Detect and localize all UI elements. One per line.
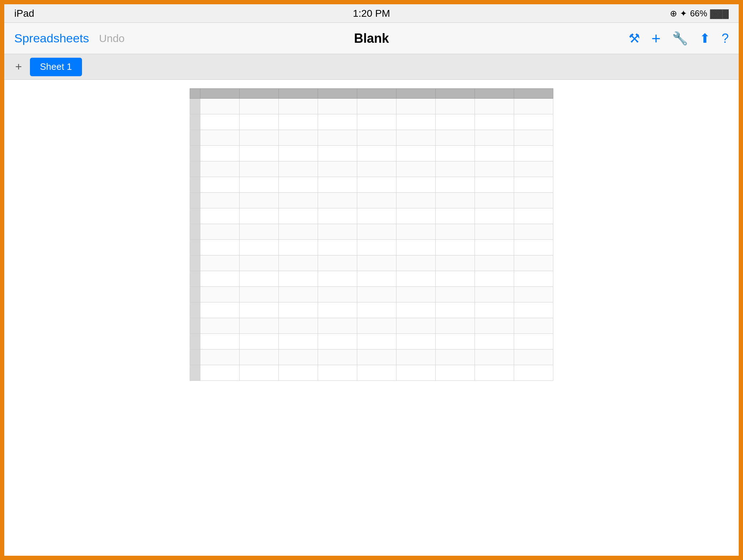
spreadsheets-back-button[interactable]: Spreadsheets <box>14 31 89 45</box>
spreadsheet-cell[interactable] <box>514 224 553 240</box>
spreadsheet-cell[interactable] <box>279 114 318 130</box>
spreadsheet-cell[interactable] <box>436 334 475 349</box>
row-header-cell[interactable] <box>190 318 200 334</box>
col-header-cell[interactable] <box>240 89 279 99</box>
spreadsheet-cell[interactable] <box>514 255 553 271</box>
col-header-cell[interactable] <box>357 89 396 99</box>
spreadsheet-cell[interactable] <box>279 349 318 365</box>
spreadsheet-cell[interactable] <box>240 271 279 287</box>
spreadsheet-cell[interactable] <box>436 255 475 271</box>
spreadsheet-cell[interactable] <box>318 114 357 130</box>
spreadsheet-cell[interactable] <box>279 302 318 318</box>
spreadsheet-cell[interactable] <box>475 114 514 130</box>
row-header-cell[interactable] <box>190 365 200 381</box>
spreadsheet-cell[interactable] <box>200 177 240 193</box>
row-header-cell[interactable] <box>190 255 200 271</box>
spreadsheet-cell[interactable] <box>318 161 357 177</box>
spreadsheet-cell[interactable] <box>279 365 318 381</box>
spreadsheet-cell[interactable] <box>318 146 357 161</box>
spreadsheet-cell[interactable] <box>357 208 396 224</box>
spreadsheet-cell[interactable] <box>436 302 475 318</box>
spreadsheet-cell[interactable] <box>240 193 279 208</box>
spreadsheet-cell[interactable] <box>279 334 318 349</box>
spreadsheet-cell[interactable] <box>200 255 240 271</box>
spreadsheet-cell[interactable] <box>436 318 475 334</box>
spreadsheet-cell[interactable] <box>436 193 475 208</box>
spreadsheet-cell[interactable] <box>357 224 396 240</box>
add-sheet-button[interactable]: + <box>10 58 27 76</box>
spreadsheet-cell[interactable] <box>514 302 553 318</box>
spreadsheet-cell[interactable] <box>514 193 553 208</box>
spreadsheet-cell[interactable] <box>279 318 318 334</box>
spreadsheet-cell[interactable] <box>436 349 475 365</box>
spreadsheet-cell[interactable] <box>279 99 318 114</box>
share-button[interactable]: ⬆ <box>700 31 710 46</box>
spreadsheet-cell[interactable] <box>475 99 514 114</box>
spreadsheet-cell[interactable] <box>396 177 436 193</box>
spreadsheet-cell[interactable] <box>514 99 553 114</box>
spreadsheet-cell[interactable] <box>200 114 240 130</box>
spreadsheet-cell[interactable] <box>475 287 514 302</box>
row-header-cell[interactable] <box>190 177 200 193</box>
row-header-cell[interactable] <box>190 240 200 255</box>
spreadsheet-cell[interactable] <box>396 114 436 130</box>
spreadsheet-cell[interactable] <box>475 193 514 208</box>
spreadsheet-cell[interactable] <box>279 130 318 146</box>
spreadsheet-cell[interactable] <box>318 99 357 114</box>
spreadsheet-cell[interactable] <box>318 255 357 271</box>
spreadsheet-cell[interactable] <box>396 130 436 146</box>
spreadsheet-cell[interactable] <box>475 318 514 334</box>
col-header-cell[interactable] <box>200 89 240 99</box>
spreadsheet-cell[interactable] <box>357 99 396 114</box>
spreadsheet-cell[interactable] <box>357 161 396 177</box>
row-header-cell[interactable] <box>190 271 200 287</box>
spreadsheet-cell[interactable] <box>240 302 279 318</box>
spreadsheet-cell[interactable] <box>240 349 279 365</box>
spreadsheet-cell[interactable] <box>240 99 279 114</box>
spreadsheet-cell[interactable] <box>396 287 436 302</box>
row-header-cell[interactable] <box>190 130 200 146</box>
spreadsheet-cell[interactable] <box>475 146 514 161</box>
spreadsheet-cell[interactable] <box>514 287 553 302</box>
spreadsheet-cell[interactable] <box>279 177 318 193</box>
spreadsheet-cell[interactable] <box>475 271 514 287</box>
spreadsheet-cell[interactable] <box>475 161 514 177</box>
spreadsheet-cell[interactable] <box>240 318 279 334</box>
spreadsheet-cell[interactable] <box>436 224 475 240</box>
spreadsheet-cell[interactable] <box>357 130 396 146</box>
spreadsheet-cell[interactable] <box>200 208 240 224</box>
spreadsheet-cell[interactable] <box>318 318 357 334</box>
spreadsheet-cell[interactable] <box>436 99 475 114</box>
spreadsheet-cell[interactable] <box>475 224 514 240</box>
spreadsheet-cell[interactable] <box>240 365 279 381</box>
spreadsheet-cell[interactable] <box>514 161 553 177</box>
spreadsheet-cell[interactable] <box>396 224 436 240</box>
tools-icon[interactable]: ⚒ <box>629 31 640 46</box>
row-header-cell[interactable] <box>190 349 200 365</box>
spreadsheet-cell[interactable] <box>396 271 436 287</box>
col-header-cell[interactable] <box>318 89 357 99</box>
spreadsheet-cell[interactable] <box>396 99 436 114</box>
spreadsheet-cell[interactable] <box>514 271 553 287</box>
spreadsheet-cell[interactable] <box>436 240 475 255</box>
row-header-cell[interactable] <box>190 114 200 130</box>
spreadsheet-cell[interactable] <box>200 240 240 255</box>
spreadsheet-cell[interactable] <box>475 208 514 224</box>
spreadsheet-cell[interactable] <box>357 193 396 208</box>
spreadsheet-cell[interactable] <box>475 302 514 318</box>
wrench-icon[interactable]: 🔧 <box>672 31 688 46</box>
spreadsheet-cell[interactable] <box>514 365 553 381</box>
spreadsheet-cell[interactable] <box>318 130 357 146</box>
spreadsheet-cell[interactable] <box>436 271 475 287</box>
spreadsheet-cell[interactable] <box>200 287 240 302</box>
spreadsheet-cell[interactable] <box>200 334 240 349</box>
col-header-cell[interactable] <box>279 89 318 99</box>
row-header-cell[interactable] <box>190 146 200 161</box>
spreadsheet-cell[interactable] <box>514 146 553 161</box>
col-header-cell[interactable] <box>475 89 514 99</box>
spreadsheet-cell[interactable] <box>279 240 318 255</box>
spreadsheet-cell[interactable] <box>475 349 514 365</box>
spreadsheet-cell[interactable] <box>475 365 514 381</box>
spreadsheet-cell[interactable] <box>436 177 475 193</box>
spreadsheet-cell[interactable] <box>436 287 475 302</box>
